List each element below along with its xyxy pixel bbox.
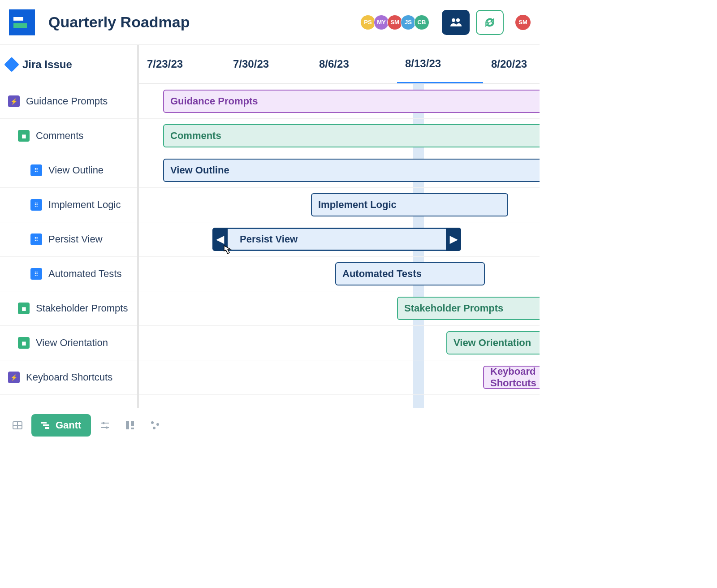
gantt-bar[interactable]: Stakeholder Prompts [397, 297, 540, 320]
sidebar-header-label: Jira Issue [22, 58, 72, 71]
nodes-icon [150, 420, 160, 431]
svg-point-10 [103, 422, 105, 424]
collaborator-avatar[interactable]: SM [387, 15, 402, 30]
issue-type-icon: ◼ [18, 337, 30, 349]
gantt-bar[interactable]: Comments [163, 124, 540, 147]
sidebar-item[interactable]: ◼Comments [0, 119, 137, 153]
sidebar-item-label: Guidance Prompts [26, 95, 108, 107]
refresh-button[interactable] [476, 10, 504, 35]
jira-icon [4, 57, 19, 72]
svg-rect-6 [43, 424, 49, 426]
svg-rect-13 [131, 421, 134, 426]
sidebar-item-label: Stakeholder Prompts [36, 303, 128, 314]
collaborator-stack[interactable]: PSMYSMJSCB [362, 15, 429, 30]
header: Quarterly Roadmap PSMYSMJSCB SM [0, 0, 540, 45]
gantt-bar-label: Implement Logic [318, 199, 397, 211]
issue-type-icon: ◼ [18, 303, 30, 314]
sidebar-item[interactable]: ⠿Automated Tests [0, 257, 137, 291]
share-users-button[interactable] [442, 10, 470, 35]
gantt-lane: Comments [139, 119, 540, 153]
sidebar-item-label: Automated Tests [48, 268, 121, 280]
collaborator-avatar[interactable]: PS [360, 15, 376, 30]
view-board-button[interactable] [119, 414, 141, 437]
gantt-bar[interactable]: View Orientation [446, 331, 540, 355]
issue-type-icon: ⠿ [30, 268, 42, 280]
view-grid-button[interactable] [6, 414, 29, 437]
sidebar-header[interactable]: Jira Issue [0, 45, 137, 84]
sliders-icon [99, 420, 110, 431]
gantt-bar-label: Comments [170, 130, 221, 142]
sidebar: Jira Issue ⚡Guidance Prompts◼Comments⠿Vi… [0, 45, 139, 408]
sidebar-item[interactable]: ⠿Implement Logic [0, 188, 137, 222]
gantt-bar-label: Persist View [240, 233, 298, 245]
bar-resize-left-handle[interactable]: ◀ [212, 228, 228, 251]
bar-resize-right-handle[interactable]: ▶ [446, 228, 461, 251]
board-icon [125, 420, 135, 431]
footer-toolbar: Gantt [0, 408, 540, 443]
timeline-header: 7/23/237/30/238/6/238/13/238/20/23 [139, 45, 540, 84]
gantt-lane: Implement Logic [139, 188, 540, 222]
gantt-bar[interactable]: Implement Logic [311, 193, 508, 216]
svg-point-11 [106, 427, 108, 429]
gantt-bar-label: View Orientation [454, 337, 531, 349]
gantt-bar-label: Keyboard Shortcuts [490, 366, 540, 389]
issue-type-icon: ⠿ [30, 164, 42, 176]
timeline-column[interactable]: 8/20/23 [483, 45, 540, 83]
gantt-bar[interactable]: Persist View◀▶ [212, 228, 461, 251]
svg-point-0 [452, 18, 455, 22]
gantt-main[interactable]: 7/23/237/30/238/6/238/13/238/20/23 Guida… [139, 45, 540, 408]
sidebar-item[interactable]: ◼Stakeholder Prompts [0, 291, 137, 326]
gantt-bar-label: View Outline [170, 164, 229, 176]
gantt-lane [139, 395, 540, 408]
timeline-column[interactable]: 7/30/23 [225, 45, 311, 83]
sidebar-item-label: Persist View [48, 233, 103, 245]
sidebar-item[interactable]: ⚡Guidance Prompts [0, 84, 137, 119]
sidebar-item-label: Implement Logic [48, 199, 121, 211]
timeline-column[interactable]: 8/13/23 [397, 45, 483, 83]
gantt-lanes: Guidance PromptsCommentsView OutlineImpl… [139, 84, 540, 408]
gantt-bar[interactable]: Automated Tests [335, 262, 485, 285]
gantt-lane: Guidance Prompts [139, 84, 540, 119]
issue-type-icon: ◼ [18, 130, 30, 142]
issue-type-icon: ⚡ [8, 372, 20, 383]
view-sliders-button[interactable] [94, 414, 116, 437]
sidebar-item-label: Keyboard Shortcuts [26, 372, 112, 383]
gantt-bar[interactable]: View Outline [163, 159, 540, 182]
header-right: PSMYSMJSCB SM [362, 0, 531, 44]
collaborator-avatar[interactable]: MY [374, 15, 389, 30]
svg-point-1 [456, 18, 460, 22]
gantt-lane: View Orientation [139, 326, 540, 360]
grid-icon [12, 420, 23, 431]
sidebar-item[interactable]: ◼View Orientation [0, 326, 137, 360]
gantt-lane: Automated Tests [139, 257, 540, 291]
svg-point-16 [156, 423, 159, 426]
gantt-bar-label: Stakeholder Prompts [404, 303, 503, 314]
timeline-column[interactable]: 8/6/23 [311, 45, 397, 83]
sidebar-item-label: View Outline [48, 164, 104, 176]
current-user-avatar[interactable]: SM [515, 15, 531, 30]
collaborator-avatar[interactable]: JS [401, 15, 416, 30]
gantt-bar-label: Guidance Prompts [170, 95, 258, 107]
sidebar-item[interactable]: ⠿Persist View [0, 222, 137, 257]
app-root: Quarterly Roadmap PSMYSMJSCB SM Jira Iss… [0, 0, 540, 443]
sidebar-item-label: Comments [36, 130, 83, 142]
gantt-lane: Persist View◀▶ [139, 222, 540, 257]
doc-type-icon [9, 9, 35, 35]
svg-rect-5 [41, 422, 47, 424]
svg-point-15 [151, 421, 154, 424]
sidebar-item[interactable]: ⚡Keyboard Shortcuts [0, 360, 137, 395]
issue-type-icon: ⚡ [8, 95, 20, 107]
view-nodes-button[interactable] [144, 414, 166, 437]
timeline-column[interactable]: 7/23/23 [139, 45, 225, 83]
gantt-lane: Keyboard Shortcuts [139, 360, 540, 395]
collaborator-avatar[interactable]: CB [414, 15, 429, 30]
sidebar-item-label: View Orientation [36, 337, 108, 349]
view-gantt-button[interactable]: Gantt [31, 414, 91, 437]
gantt-label: Gantt [56, 419, 81, 431]
gantt-bar[interactable]: Guidance Prompts [163, 90, 540, 113]
issue-type-icon: ⠿ [30, 233, 42, 245]
page-title: Quarterly Roadmap [48, 13, 190, 31]
sidebar-item[interactable]: ⠿View Outline [0, 153, 137, 188]
refresh-icon [484, 17, 496, 28]
gantt-bar[interactable]: Keyboard Shortcuts [483, 366, 540, 389]
